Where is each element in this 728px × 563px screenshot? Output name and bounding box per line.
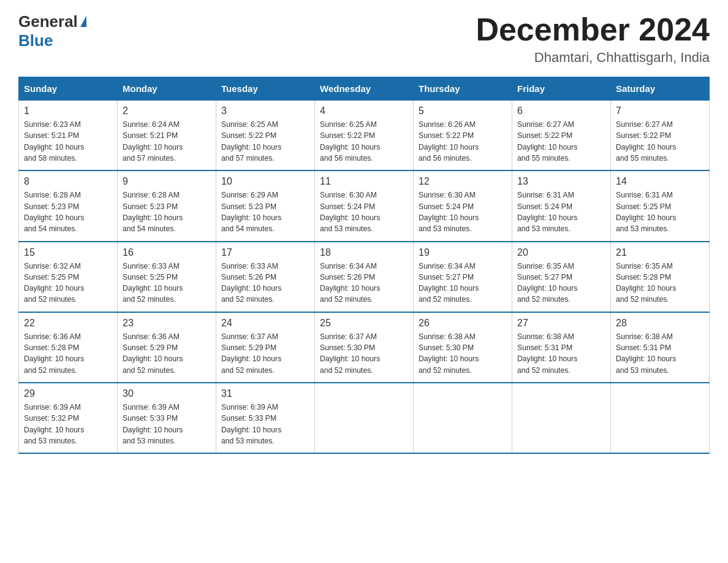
day-info: Sunrise: 6:30 AM Sunset: 5:24 PM Dayligh…	[419, 190, 507, 234]
day-header-saturday: Saturday	[611, 77, 710, 101]
day-number: 27	[517, 318, 605, 329]
calendar-cell: 9Sunrise: 6:28 AM Sunset: 5:23 PM Daylig…	[118, 170, 216, 241]
calendar-cell: 29Sunrise: 6:39 AM Sunset: 5:32 PM Dayli…	[19, 383, 118, 453]
calendar-cell: 14Sunrise: 6:31 AM Sunset: 5:25 PM Dayli…	[611, 170, 710, 241]
day-info: Sunrise: 6:28 AM Sunset: 5:23 PM Dayligh…	[24, 190, 112, 234]
title-block: December 2024 Dhamtari, Chhattisgarh, In…	[476, 12, 710, 66]
day-info: Sunrise: 6:30 AM Sunset: 5:24 PM Dayligh…	[320, 190, 408, 234]
calendar-cell: 8Sunrise: 6:28 AM Sunset: 5:23 PM Daylig…	[19, 170, 118, 241]
day-info: Sunrise: 6:31 AM Sunset: 5:25 PM Dayligh…	[616, 190, 704, 234]
day-info: Sunrise: 6:33 AM Sunset: 5:25 PM Dayligh…	[123, 261, 211, 305]
days-header-row: SundayMondayTuesdayWednesdayThursdayFrid…	[19, 77, 710, 101]
calendar-cell: 3Sunrise: 6:25 AM Sunset: 5:22 PM Daylig…	[216, 101, 315, 171]
day-number: 5	[419, 105, 507, 117]
day-number: 16	[123, 247, 211, 258]
calendar-cell: 18Sunrise: 6:34 AM Sunset: 5:26 PM Dayli…	[315, 242, 414, 312]
logo-blue-text: Blue	[18, 31, 53, 50]
calendar-cell: 28Sunrise: 6:38 AM Sunset: 5:31 PM Dayli…	[611, 312, 710, 383]
calendar-cell: 1Sunrise: 6:23 AM Sunset: 5:21 PM Daylig…	[19, 101, 118, 171]
day-header-thursday: Thursday	[414, 77, 512, 101]
day-number: 18	[320, 247, 408, 258]
day-number: 3	[221, 105, 309, 117]
calendar-cell: 17Sunrise: 6:33 AM Sunset: 5:26 PM Dayli…	[216, 242, 315, 312]
day-info: Sunrise: 6:37 AM Sunset: 5:30 PM Dayligh…	[320, 331, 408, 376]
calendar-week-row: 22Sunrise: 6:36 AM Sunset: 5:28 PM Dayli…	[19, 312, 710, 383]
day-info: Sunrise: 6:37 AM Sunset: 5:29 PM Dayligh…	[221, 331, 309, 376]
day-number: 24	[221, 318, 309, 329]
calendar-cell: 4Sunrise: 6:25 AM Sunset: 5:22 PM Daylig…	[315, 101, 414, 171]
calendar-cell: 5Sunrise: 6:26 AM Sunset: 5:22 PM Daylig…	[414, 101, 512, 171]
day-number: 15	[24, 247, 112, 258]
day-info: Sunrise: 6:34 AM Sunset: 5:26 PM Dayligh…	[320, 261, 408, 305]
day-info: Sunrise: 6:35 AM Sunset: 5:28 PM Dayligh…	[616, 261, 704, 305]
calendar-subtitle: Dhamtari, Chhattisgarh, India	[476, 50, 710, 66]
day-info: Sunrise: 6:28 AM Sunset: 5:23 PM Dayligh…	[123, 190, 211, 234]
day-info: Sunrise: 6:27 AM Sunset: 5:22 PM Dayligh…	[517, 119, 605, 164]
day-number: 9	[123, 176, 211, 187]
calendar-cell: 21Sunrise: 6:35 AM Sunset: 5:28 PM Dayli…	[611, 242, 710, 312]
day-info: Sunrise: 6:38 AM Sunset: 5:31 PM Dayligh…	[517, 331, 605, 376]
day-info: Sunrise: 6:34 AM Sunset: 5:27 PM Dayligh…	[419, 261, 507, 305]
day-header-sunday: Sunday	[19, 77, 118, 101]
calendar-cell: 6Sunrise: 6:27 AM Sunset: 5:22 PM Daylig…	[512, 101, 611, 171]
day-info: Sunrise: 6:33 AM Sunset: 5:26 PM Dayligh…	[221, 261, 309, 305]
day-info: Sunrise: 6:23 AM Sunset: 5:21 PM Dayligh…	[24, 119, 112, 164]
day-header-monday: Monday	[118, 77, 216, 101]
day-number: 10	[221, 176, 309, 187]
day-header-tuesday: Tuesday	[216, 77, 315, 101]
day-number: 30	[123, 388, 211, 399]
calendar-cell: 31Sunrise: 6:39 AM Sunset: 5:33 PM Dayli…	[216, 383, 315, 453]
calendar-cell: 12Sunrise: 6:30 AM Sunset: 5:24 PM Dayli…	[414, 170, 512, 241]
day-info: Sunrise: 6:39 AM Sunset: 5:33 PM Dayligh…	[123, 402, 211, 446]
day-number: 4	[320, 105, 408, 117]
day-number: 12	[419, 176, 507, 187]
day-info: Sunrise: 6:25 AM Sunset: 5:22 PM Dayligh…	[320, 119, 408, 164]
page-header: General Blue December 2024 Dhamtari, Chh…	[18, 12, 710, 66]
calendar-cell: 20Sunrise: 6:35 AM Sunset: 5:27 PM Dayli…	[512, 242, 611, 312]
day-header-friday: Friday	[512, 77, 611, 101]
calendar-cell: 24Sunrise: 6:37 AM Sunset: 5:29 PM Dayli…	[216, 312, 315, 383]
calendar-cell: 30Sunrise: 6:39 AM Sunset: 5:33 PM Dayli…	[118, 383, 216, 453]
logo-triangle-icon	[80, 16, 86, 27]
calendar-cell: 15Sunrise: 6:32 AM Sunset: 5:25 PM Dayli…	[19, 242, 118, 312]
day-number: 8	[24, 176, 112, 187]
day-header-wednesday: Wednesday	[315, 77, 414, 101]
calendar-cell: 23Sunrise: 6:36 AM Sunset: 5:29 PM Dayli…	[118, 312, 216, 383]
day-info: Sunrise: 6:25 AM Sunset: 5:22 PM Dayligh…	[221, 119, 309, 164]
calendar-week-row: 1Sunrise: 6:23 AM Sunset: 5:21 PM Daylig…	[19, 101, 710, 171]
day-number: 11	[320, 176, 408, 187]
calendar-cell: 25Sunrise: 6:37 AM Sunset: 5:30 PM Dayli…	[315, 312, 414, 383]
calendar-week-row: 15Sunrise: 6:32 AM Sunset: 5:25 PM Dayli…	[19, 242, 710, 312]
calendar-cell: 27Sunrise: 6:38 AM Sunset: 5:31 PM Dayli…	[512, 312, 611, 383]
day-info: Sunrise: 6:24 AM Sunset: 5:21 PM Dayligh…	[123, 119, 211, 164]
logo-general-text: General	[18, 12, 78, 31]
calendar-cell	[414, 383, 512, 453]
calendar-cell: 10Sunrise: 6:29 AM Sunset: 5:23 PM Dayli…	[216, 170, 315, 241]
calendar-cell: 22Sunrise: 6:36 AM Sunset: 5:28 PM Dayli…	[19, 312, 118, 383]
day-number: 31	[221, 388, 309, 399]
day-number: 13	[517, 176, 605, 187]
day-info: Sunrise: 6:36 AM Sunset: 5:29 PM Dayligh…	[123, 331, 211, 376]
day-number: 7	[616, 105, 704, 117]
day-info: Sunrise: 6:29 AM Sunset: 5:23 PM Dayligh…	[221, 190, 309, 234]
day-number: 20	[517, 247, 605, 258]
day-info: Sunrise: 6:32 AM Sunset: 5:25 PM Dayligh…	[24, 261, 112, 305]
calendar-cell: 26Sunrise: 6:38 AM Sunset: 5:30 PM Dayli…	[414, 312, 512, 383]
logo: General Blue	[18, 12, 86, 50]
calendar-week-row: 8Sunrise: 6:28 AM Sunset: 5:23 PM Daylig…	[19, 170, 710, 241]
calendar-title: December 2024	[476, 12, 710, 47]
day-info: Sunrise: 6:38 AM Sunset: 5:31 PM Dayligh…	[616, 331, 704, 376]
calendar-cell: 7Sunrise: 6:27 AM Sunset: 5:22 PM Daylig…	[611, 101, 710, 171]
day-number: 29	[24, 388, 112, 399]
day-number: 19	[419, 247, 507, 258]
day-number: 17	[221, 247, 309, 258]
calendar-cell	[315, 383, 414, 453]
day-number: 14	[616, 176, 704, 187]
calendar-cell: 2Sunrise: 6:24 AM Sunset: 5:21 PM Daylig…	[118, 101, 216, 171]
day-number: 23	[123, 318, 211, 329]
calendar-week-row: 29Sunrise: 6:39 AM Sunset: 5:32 PM Dayli…	[19, 383, 710, 453]
day-info: Sunrise: 6:31 AM Sunset: 5:24 PM Dayligh…	[517, 190, 605, 234]
day-number: 22	[24, 318, 112, 329]
day-number: 1	[24, 105, 112, 117]
calendar-cell: 13Sunrise: 6:31 AM Sunset: 5:24 PM Dayli…	[512, 170, 611, 241]
